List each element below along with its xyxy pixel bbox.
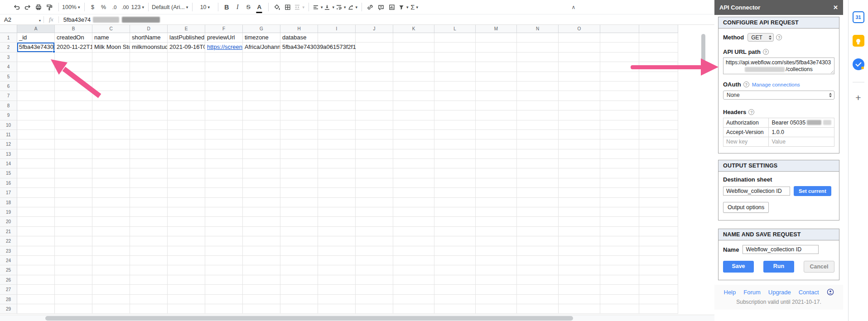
cell-L24[interactable] bbox=[434, 256, 476, 265]
cell-L10[interactable] bbox=[434, 120, 476, 130]
cell-B10[interactable] bbox=[55, 120, 92, 130]
cell-blank[interactable] bbox=[600, 43, 639, 52]
new-value-field[interactable]: Value bbox=[769, 137, 834, 147]
cell-C9[interactable] bbox=[92, 110, 130, 120]
row-header-29[interactable]: 29 bbox=[0, 304, 17, 314]
cell-I15[interactable] bbox=[318, 168, 356, 178]
cell-N15[interactable] bbox=[517, 168, 559, 178]
cell-A7[interactable] bbox=[17, 91, 55, 101]
cell-blank[interactable] bbox=[639, 53, 678, 62]
cell-F8[interactable] bbox=[205, 101, 243, 110]
cell-J10[interactable] bbox=[356, 120, 393, 130]
row-header-24[interactable]: 24 bbox=[0, 256, 17, 265]
cell-blank[interactable] bbox=[600, 295, 639, 304]
cell-B8[interactable] bbox=[55, 101, 92, 110]
cell-H10[interactable] bbox=[280, 120, 318, 130]
cell-L9[interactable] bbox=[434, 110, 476, 120]
cell-F7[interactable] bbox=[205, 91, 243, 101]
cell-K1[interactable] bbox=[393, 33, 434, 43]
cell-E16[interactable] bbox=[168, 178, 205, 188]
vertical-align-icon[interactable] bbox=[323, 2, 334, 13]
column-header-L[interactable]: L bbox=[434, 25, 476, 33]
cell-C10[interactable] bbox=[92, 120, 130, 130]
cell-J6[interactable] bbox=[356, 81, 393, 91]
cell-I19[interactable] bbox=[318, 207, 356, 217]
cell-E10[interactable] bbox=[168, 120, 205, 130]
cell-N19[interactable] bbox=[517, 207, 559, 217]
cell-J9[interactable] bbox=[356, 110, 393, 120]
cell-F27[interactable] bbox=[205, 285, 243, 294]
tasks-icon[interactable] bbox=[853, 58, 864, 70]
cell-D10[interactable] bbox=[130, 120, 168, 130]
cell-M6[interactable] bbox=[476, 81, 517, 91]
cell-K26[interactable] bbox=[393, 275, 434, 285]
cell-J13[interactable] bbox=[356, 149, 393, 159]
cell-N22[interactable] bbox=[517, 236, 559, 246]
cell-A25[interactable] bbox=[17, 265, 55, 275]
cell-M2[interactable] bbox=[476, 43, 517, 52]
cell-D3[interactable] bbox=[130, 53, 168, 62]
cell-F5[interactable] bbox=[205, 72, 243, 81]
cell-H6[interactable] bbox=[280, 81, 318, 91]
cell-B29[interactable] bbox=[55, 304, 92, 314]
cell-I23[interactable] bbox=[318, 246, 356, 256]
cell-G14[interactable] bbox=[243, 159, 280, 168]
cell-M14[interactable] bbox=[476, 159, 517, 168]
cell-B24[interactable] bbox=[55, 256, 92, 265]
cell-D28[interactable] bbox=[130, 295, 168, 304]
row-header-4[interactable]: 4 bbox=[0, 62, 17, 72]
column-header-A[interactable]: A bbox=[17, 25, 55, 33]
cell-B20[interactable] bbox=[55, 217, 92, 226]
cell-N7[interactable] bbox=[517, 91, 559, 101]
cell-L7[interactable] bbox=[434, 91, 476, 101]
output-options-button[interactable]: Output options bbox=[723, 202, 769, 213]
text-rotation-icon[interactable] bbox=[347, 2, 358, 13]
cell-I4[interactable] bbox=[318, 62, 356, 72]
cell-B2[interactable]: 2020-11-22T10:5 bbox=[55, 43, 92, 52]
cell-B5[interactable] bbox=[55, 72, 92, 81]
upgrade-link[interactable]: Upgrade bbox=[768, 289, 791, 296]
cell-E6[interactable] bbox=[168, 81, 205, 91]
cell-H22[interactable] bbox=[280, 236, 318, 246]
cell-J11[interactable] bbox=[356, 130, 393, 139]
cell-O11[interactable] bbox=[559, 130, 600, 139]
cell-D12[interactable] bbox=[130, 139, 168, 149]
header-key-field[interactable]: Authorization bbox=[723, 118, 769, 128]
cell-D20[interactable] bbox=[130, 217, 168, 226]
cell-C6[interactable] bbox=[92, 81, 130, 91]
cell-E29[interactable] bbox=[168, 304, 205, 314]
cell-I7[interactable] bbox=[318, 91, 356, 101]
cell-M18[interactable] bbox=[476, 198, 517, 207]
cell-B3[interactable] bbox=[55, 53, 92, 62]
cell-K6[interactable] bbox=[393, 81, 434, 91]
cell-I26[interactable] bbox=[318, 275, 356, 285]
cell-B14[interactable] bbox=[55, 159, 92, 168]
cell-A23[interactable] bbox=[17, 246, 55, 256]
calendar-icon[interactable]: 31 bbox=[853, 11, 864, 23]
format-percent-button[interactable]: % bbox=[99, 2, 109, 13]
cell-I17[interactable] bbox=[318, 188, 356, 197]
cell-B27[interactable] bbox=[55, 285, 92, 294]
help-link[interactable]: Help bbox=[724, 289, 736, 296]
request-name-input[interactable]: Webflow_collection ID bbox=[743, 245, 819, 254]
zoom-select[interactable]: 100% bbox=[62, 2, 80, 13]
horizontal-scrollbar[interactable] bbox=[0, 315, 714, 321]
cell-D14[interactable] bbox=[130, 159, 168, 168]
cell-D8[interactable] bbox=[130, 101, 168, 110]
cell-blank[interactable] bbox=[639, 207, 678, 217]
cell-A24[interactable] bbox=[17, 256, 55, 265]
cell-K4[interactable] bbox=[393, 62, 434, 72]
cell-C27[interactable] bbox=[92, 285, 130, 294]
row-header-10[interactable]: 10 bbox=[0, 120, 17, 130]
cell-C1[interactable]: name bbox=[92, 33, 130, 43]
cell-M8[interactable] bbox=[476, 101, 517, 110]
cell-O26[interactable] bbox=[559, 275, 600, 285]
cell-D22[interactable] bbox=[130, 236, 168, 246]
filter-icon[interactable] bbox=[398, 2, 409, 13]
cell-blank[interactable] bbox=[639, 110, 678, 120]
cell-N12[interactable] bbox=[517, 139, 559, 149]
cell-O19[interactable] bbox=[559, 207, 600, 217]
cell-G4[interactable] bbox=[243, 62, 280, 72]
cell-O6[interactable] bbox=[559, 81, 600, 91]
cell-J4[interactable] bbox=[356, 62, 393, 72]
